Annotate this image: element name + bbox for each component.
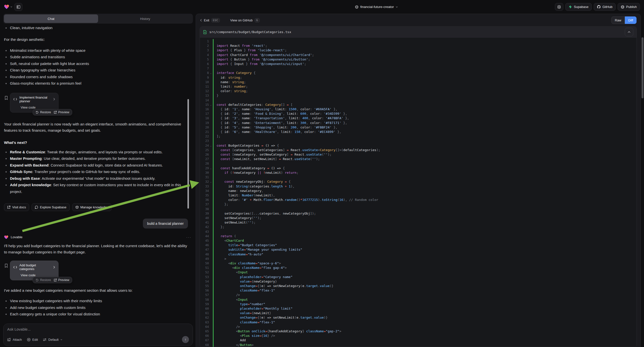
- line-number: 19: [200, 121, 209, 125]
- chevron-left-icon: [200, 19, 202, 22]
- tab-history[interactable]: History: [98, 14, 192, 23]
- model-selector[interactable]: Default: [43, 338, 62, 342]
- sidebar-toggle-button[interactable]: [14, 3, 22, 11]
- line-number: 30: [200, 170, 209, 175]
- fold-chevron-icon[interactable]: ⌄: [209, 166, 213, 170]
- file-path-bar[interactable]: src/components/budget/BudgetCategories.t…: [200, 27, 636, 38]
- line-number: 16: [200, 107, 209, 112]
- line-number: 41: [200, 220, 209, 225]
- bullet-item: Add new budget categories with custom li…: [4, 304, 192, 311]
- code-editor[interactable]: 12import React from 'react';3import { Pl…: [200, 38, 636, 347]
- globe-icon: [355, 5, 358, 9]
- version-card-row: Add budget categories View code Restore: [4, 260, 192, 280]
- supabase-icon: [568, 5, 572, 9]
- view-code-link[interactable]: View code: [21, 106, 55, 109]
- visit-docs-button[interactable]: Visit docs: [4, 203, 29, 211]
- chat-scrollbar[interactable]: [188, 99, 189, 208]
- send-button[interactable]: ↑: [182, 336, 189, 343]
- line-number: 50: [200, 261, 209, 266]
- line-number: 24: [200, 144, 209, 148]
- code-scrollbar[interactable]: [642, 37, 644, 98]
- publish-button[interactable]: Publish: [618, 3, 640, 11]
- chevron-down-icon: [396, 6, 398, 8]
- tab-chat[interactable]: Chat: [4, 14, 98, 23]
- code-line: 11 limit: number;: [200, 84, 636, 89]
- code-line: 4import ChartCard from '@/components/ui/…: [200, 53, 636, 57]
- supabase-button[interactable]: Supabase: [565, 3, 592, 11]
- lovable-heart-icon: [4, 4, 9, 9]
- code-line: 65 <Button onClick={handleAddCategory} c…: [200, 329, 636, 334]
- code-line: 54 value={newCategory}: [200, 279, 636, 284]
- line-number: 55: [200, 284, 209, 288]
- package-icon: [76, 206, 79, 209]
- code-line: 57 />: [200, 293, 636, 297]
- lovable-logo[interactable]: [4, 4, 12, 9]
- line-number: 58: [200, 298, 209, 302]
- line-number: 34: [200, 189, 209, 193]
- line-number: 4: [200, 53, 209, 57]
- chat-history-tabs: Chat History: [3, 14, 193, 24]
- github-button[interactable]: GitHub: [594, 3, 616, 11]
- line-number: 51: [200, 266, 209, 270]
- code-line: 2import React from 'react';: [200, 44, 636, 48]
- line-number: 61: [200, 311, 209, 316]
- chat-input[interactable]: Ask Lovable...: [7, 327, 189, 331]
- bookmark-icon[interactable]: [4, 264, 8, 268]
- bookmark-icon[interactable]: [4, 96, 8, 100]
- manage-knowledge-button[interactable]: Manage knowledge: [72, 203, 112, 211]
- settings-button[interactable]: [555, 3, 563, 11]
- exit-button[interactable]: Exit ESC: [200, 18, 220, 22]
- line-number: 23: [200, 139, 209, 143]
- code-line: 10 name: string;: [200, 80, 636, 84]
- code-line: 1: [200, 39, 636, 44]
- line-number: 10: [200, 80, 209, 84]
- code-line: 43: [200, 230, 636, 234]
- code-line: 18 { id: '3', name: 'Transportation', li…: [200, 116, 636, 120]
- assistant-reply-summary: I've added a new budget categories manag…: [4, 288, 192, 293]
- raw-toggle-button[interactable]: Raw: [612, 16, 625, 24]
- next-step-item: Master Prompting: Use clear, detailed, a…: [4, 155, 193, 162]
- line-number: 56: [200, 288, 209, 293]
- line-number: 68: [200, 343, 209, 347]
- target-icon: [27, 338, 30, 342]
- preview-button[interactable]: Preview: [54, 278, 69, 282]
- fold-chevron-icon[interactable]: ⌄: [209, 71, 213, 75]
- code-line: 66 <Plus size={16} />: [200, 334, 636, 338]
- line-number: 54: [200, 279, 209, 284]
- line-number: 7: [200, 66, 209, 71]
- edit-mode-button[interactable]: Edit: [27, 338, 38, 342]
- supabase-label: Supabase: [574, 5, 588, 9]
- explore-supabase-button[interactable]: Explore Supabase: [32, 203, 70, 211]
- line-number: 2: [200, 44, 209, 48]
- preview-button[interactable]: Preview: [54, 110, 69, 114]
- code-line: 21 { id: '6', name: 'Healthcare', limit:…: [200, 130, 636, 134]
- restore-button[interactable]: Restore: [36, 110, 51, 114]
- fold-chevron-icon[interactable]: ⌄: [209, 180, 213, 184]
- chat-messages[interactable]: Clean, intuitive navigation For the desi…: [3, 26, 193, 324]
- view-on-github-button[interactable]: View on GitHub G: [230, 18, 260, 22]
- fold-chevron-icon[interactable]: ⌄: [209, 144, 213, 148]
- code-line: 34 name: newCategory,: [200, 189, 636, 193]
- view-code-link[interactable]: View code: [21, 273, 55, 277]
- design-bullets: Minimalist interface with plenty of whit…: [4, 47, 192, 87]
- line-number: 26: [200, 152, 209, 157]
- code-line: 8⌄interface Category {: [200, 71, 636, 75]
- attach-button[interactable]: Attach: [7, 338, 22, 342]
- collapse-file-button[interactable]: [625, 28, 633, 36]
- more-options-button[interactable]: ···: [186, 235, 192, 239]
- fold-chevron-icon[interactable]: ⌄: [209, 102, 213, 107]
- project-switcher[interactable]: financial-future-creator: [198, 5, 555, 9]
- top-bar: financial-future-creator Supabase GitHub: [0, 0, 644, 14]
- next-step-item: Add project knowledge: Set key context o…: [4, 182, 193, 195]
- image-attach-icon: [7, 338, 11, 342]
- restore-button[interactable]: Restore: [36, 278, 51, 282]
- code-line: 20 { id: '5', name: 'Shopping', limit: 2…: [200, 125, 636, 130]
- chevron-up-icon: [628, 31, 630, 33]
- external-link-icon: [54, 111, 57, 114]
- assistant-header: Lovable ···: [4, 235, 192, 239]
- diff-toggle-button[interactable]: Diff: [625, 16, 636, 24]
- composer[interactable]: Ask Lovable... Attach Edit Default: [3, 324, 193, 346]
- line-number: 60: [200, 306, 209, 311]
- line-number: 57: [200, 293, 209, 297]
- code-line: 14: [200, 98, 636, 102]
